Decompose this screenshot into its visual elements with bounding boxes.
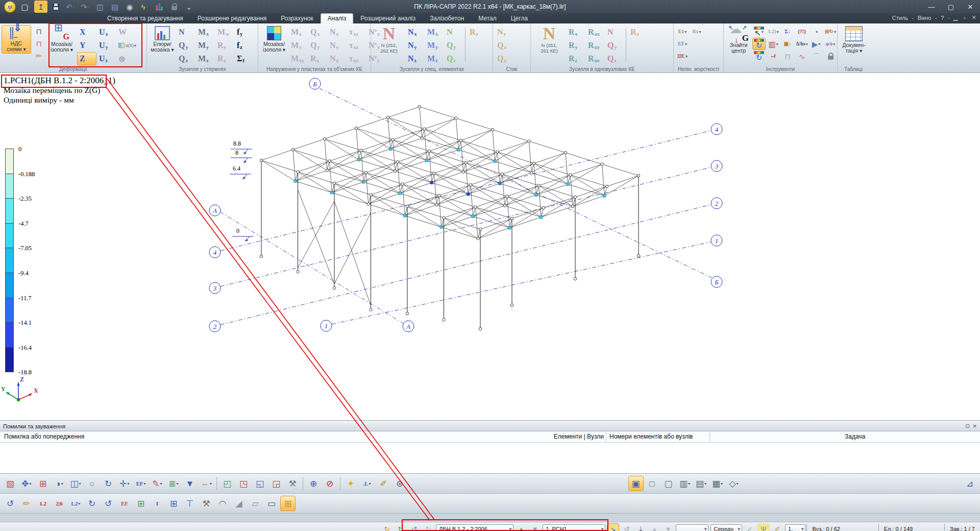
curves-icon[interactable]: ∿ xyxy=(795,50,808,62)
result-button-Qz[interactable]: Qz xyxy=(495,52,514,65)
mosaic-isofields-button[interactable]: ⊞G Мозаїка/ ізополя ▾ xyxy=(46,25,77,54)
ef-add-icon[interactable]: EF xyxy=(117,496,132,511)
tab-5[interactable]: Залізобетон xyxy=(423,14,471,23)
axes-triad-icon[interactable]: ⊿ xyxy=(962,476,977,491)
result-button-N[interactable]: N xyxy=(444,26,463,39)
result-button-Mx[interactable]: Mx xyxy=(425,26,444,39)
column-load-icon[interactable]: ⊓ xyxy=(781,50,794,62)
zoom-in-icon[interactable]: ⊕ xyxy=(306,476,321,491)
shell-icon[interactable]: ◠ xyxy=(215,496,230,511)
app-logo-icon[interactable]: ψ xyxy=(4,1,16,13)
tab-0[interactable]: Створення та редагування xyxy=(100,14,190,23)
result-button-Mx[interactable]: Mx xyxy=(195,26,215,39)
frames-icon[interactable]: ⊓ xyxy=(32,25,45,37)
result-button-Qz[interactable]: Qz xyxy=(176,52,195,65)
grid-snap-icon[interactable]: ✛▾ xyxy=(117,476,132,491)
animation-icon[interactable]: ▶▾ xyxy=(810,38,823,50)
fragment-icon-4[interactable]: ◲ xyxy=(268,476,284,491)
phi-e-icon[interactable]: φ/e▾ xyxy=(824,38,837,50)
result-button-Uy[interactable]: Uy xyxy=(96,39,116,52)
graph-icon[interactable]: ⌒ xyxy=(810,50,823,62)
special-n-button[interactable]: N N (252, 262 КЕ) xyxy=(373,25,405,55)
result-button-Ny[interactable]: Ny xyxy=(495,26,514,39)
mesh-green-icon[interactable]: ⊞ xyxy=(133,496,149,511)
result-button-Rx[interactable]: Rx xyxy=(566,26,585,39)
result-button-Mxy[interactable]: Mxy xyxy=(288,52,308,65)
view-plan-icon[interactable]: ▥▾ xyxy=(677,476,693,491)
grid-numbers-icon[interactable]: 1.2▾ xyxy=(68,496,83,511)
result-button-N[interactable]: N xyxy=(605,26,624,39)
recalc-mosaic-icon[interactable]: ↻ xyxy=(752,38,766,50)
rotate-model-icon[interactable]: ↺ xyxy=(3,496,18,511)
epure-mosaic-button[interactable]: Епюри/ мозаїка ▾ xyxy=(149,25,176,54)
filter-icon[interactable]: ▼ xyxy=(182,476,198,491)
case-up-icon[interactable]: ▲ xyxy=(515,523,527,531)
frame-nodes-icon[interactable]: ⊞ xyxy=(35,476,51,491)
result-button-τxy[interactable]: τxy xyxy=(347,26,366,39)
move-nodes-icon[interactable]: ✥▾ xyxy=(19,476,34,491)
result-button-Nx[interactable]: Nx xyxy=(405,26,425,39)
lock-results-icon[interactable] xyxy=(824,50,837,62)
pin-panel-icon[interactable]: ⊡ xyxy=(965,423,969,429)
plate-icon[interactable]: ▱ xyxy=(248,496,263,511)
node-select-icon[interactable]: ↘ xyxy=(607,523,619,531)
load-mosaic-icon[interactable]: ▥▾ xyxy=(767,38,780,50)
result-button-Rux[interactable]: Rux xyxy=(585,26,605,39)
tab-6[interactable]: Метал xyxy=(471,14,503,23)
view-iso-icon[interactable]: ◇▾ xyxy=(726,476,742,491)
scheme-icon[interactable]: ⊓ xyxy=(32,37,45,50)
settings-icon[interactable]: ⊛ xyxy=(392,476,407,491)
build-icon[interactable]: ⚒ xyxy=(285,476,300,491)
down-gray-icon[interactable]: ▼ xyxy=(662,523,674,531)
mesh-blue-icon[interactable]: ⊞ xyxy=(166,496,181,511)
result-button-Qz[interactable]: Qz xyxy=(444,52,463,65)
ef-icon[interactable]: EF▾ xyxy=(133,476,149,491)
up-gray-icon[interactable]: ▲ xyxy=(648,523,660,531)
result-button-Ny[interactable]: Ny xyxy=(327,39,347,52)
pencil-icon[interactable]: ✏ xyxy=(32,50,45,62)
timer-icon[interactable]: ◔ xyxy=(810,26,823,38)
result-button-Qx[interactable]: Qx xyxy=(495,39,514,52)
empty-select[interactable] xyxy=(676,524,708,531)
result-button-τxz[interactable]: τxz xyxy=(347,39,366,52)
result-button-Ux[interactable]: Ux xyxy=(96,26,116,39)
new-file-icon[interactable]: ▢▾ xyxy=(19,1,33,13)
flashlight-icon[interactable]: ✦ xyxy=(343,476,358,491)
measure-icon[interactable]: ✐ xyxy=(376,476,391,491)
find-center-button[interactable]: ☁ ↖ ↗ ↓ G Знайти центр xyxy=(725,25,752,55)
tab-7[interactable]: Цегла xyxy=(504,14,535,23)
plate-mosaic-button[interactable]: Мозаїка/ ізополя ▾ xyxy=(260,25,288,54)
result-button-Mz[interactable]: Mz xyxy=(195,52,215,65)
numbers-icon[interactable]: 1.2)▾ xyxy=(767,26,780,38)
renumber-icon[interactable]: 1.2 xyxy=(35,496,51,511)
snapshot-icon[interactable]: ◉ xyxy=(123,1,136,13)
result-button-⊗[interactable]: ⊗ xyxy=(116,52,137,65)
result-button-τyz[interactable]: τyz xyxy=(347,52,366,65)
result-button-Nz[interactable]: Nz xyxy=(327,52,347,65)
view-box-icon-2[interactable]: ▢ xyxy=(661,476,676,491)
e-icon[interactable]: ⊟E▾ xyxy=(676,50,689,62)
result-button-Rz[interactable]: Rz xyxy=(215,52,234,65)
result-button-Qx[interactable]: Qx xyxy=(308,26,327,39)
plumb-icon[interactable]: ⇣ xyxy=(634,523,647,531)
result-button-Nx[interactable]: Nx xyxy=(327,26,347,39)
mirror-icon[interactable]: ◫▾ xyxy=(68,476,83,491)
result-button-Rz[interactable]: Rz xyxy=(308,52,327,65)
run-calc-icon[interactable]: ϟ▾ xyxy=(138,1,151,13)
mosaic-cursor-icon[interactable]: ↖▾ xyxy=(752,26,766,38)
result-button-Nz[interactable]: Nz xyxy=(405,52,425,65)
result-button-Qy[interactable]: Qy xyxy=(444,39,463,52)
rotate-small-icon[interactable]: ↺ xyxy=(621,523,633,531)
result-button-fz[interactable]: fz xyxy=(234,39,254,52)
moment-ccw-icon[interactable]: ↺ xyxy=(101,496,116,511)
result-button-Rz[interactable]: Rz xyxy=(566,52,585,65)
result-button-Qy[interactable]: Qy xyxy=(176,39,195,52)
update-mosaic-icon[interactable]: ⊞↻▾ xyxy=(824,26,837,38)
dimensions-icon[interactable]: ⇔▾ xyxy=(199,476,214,491)
save-icon[interactable] xyxy=(49,1,62,13)
result-button-Mx[interactable]: Mx xyxy=(288,26,308,39)
recalc-mosaic2-icon[interactable]: ↻ xyxy=(752,50,766,62)
menu-style[interactable]: Стиль xyxy=(890,15,910,21)
close-button[interactable]: ✕ xyxy=(961,0,980,13)
menu-window[interactable]: Вікно xyxy=(916,15,934,21)
